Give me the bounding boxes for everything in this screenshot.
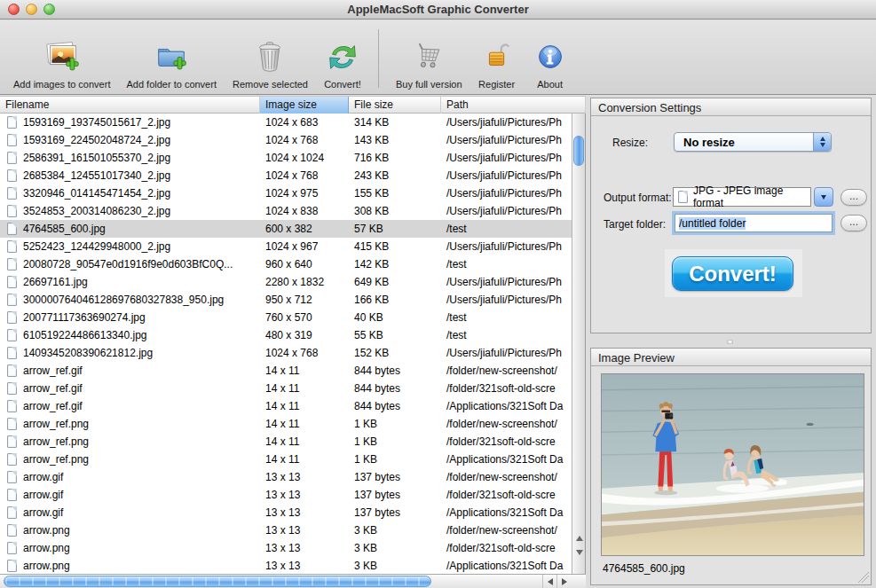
table-row[interactable]: 5252423_124429948000_2.jpg1024 x 967415 … xyxy=(0,238,572,255)
resize-grip[interactable] xyxy=(856,570,869,583)
file-icon xyxy=(7,365,17,377)
table-row[interactable]: arrow_ref.png14 x 111 KB/folder/new-scre… xyxy=(0,415,572,433)
add-images-icon xyxy=(43,37,81,76)
filename-text: arrow_ref.png xyxy=(23,453,89,466)
resize-value: No resize xyxy=(683,136,735,149)
filename-text: 300000764046128697680327838_950.jpg xyxy=(23,294,224,306)
table-cell: 1 KB xyxy=(349,433,441,451)
convert-button[interactable]: Convert! xyxy=(672,256,793,291)
table-row[interactable]: 2586391_161501055370_2.jpg1024 x 1024716… xyxy=(0,149,572,167)
table-cell: 300000764046128697680327838_950.jpg xyxy=(0,291,260,309)
convert-toolbar-button[interactable]: Convert! xyxy=(316,26,369,90)
table-row[interactable]: 1409345208390621812.jpg1024 x 768152 KB/… xyxy=(0,344,572,362)
table-cell: /Users/jiafuli/Pictures/Ph xyxy=(441,344,572,362)
toolbar-item-label: Buy full version xyxy=(396,79,462,90)
table-cell: 4764585_600.jpg xyxy=(0,220,260,238)
toolbar-item-label: Remove selected xyxy=(233,79,308,90)
horizontal-scrollbar[interactable] xyxy=(0,574,586,588)
filename-text: 610519224486613340.jpg xyxy=(23,329,146,341)
table-cell: 14 x 11 xyxy=(260,433,349,451)
table-row[interactable]: 610519224486613340.jpg480 x 31955 KB/tes… xyxy=(0,326,572,344)
table-cell: 1 KB xyxy=(349,415,441,433)
target-folder-browse-button[interactable]: ... xyxy=(840,215,867,231)
table-cell: 2586391_161501055370_2.jpg xyxy=(0,149,260,167)
output-format-value: JPG - JPEG image format xyxy=(693,184,810,209)
filename-text: arrow_ref.png xyxy=(23,418,89,430)
table-row[interactable]: 20080728_90547e0d1916f9e0d603BfC0Q...960… xyxy=(0,255,572,273)
table-row[interactable]: 4764585_600.jpg600 x 38257 KB/test xyxy=(0,220,572,238)
about-button[interactable]: About xyxy=(524,26,577,90)
table-cell: /test xyxy=(441,220,572,238)
buy-full-version-button[interactable]: Buy full version xyxy=(388,26,470,90)
add-images-button[interactable]: Add images to convert xyxy=(5,26,118,90)
file-icon xyxy=(7,169,17,182)
table-cell: 1593169_224502048724_2.jpg xyxy=(0,131,260,149)
table-cell: /Applications/321Soft Da xyxy=(441,557,572,574)
horizontal-scrollbar-thumb[interactable] xyxy=(4,576,431,587)
filename-text: arrow.gif xyxy=(23,506,63,519)
output-format-label: Output format: xyxy=(604,192,672,204)
table-cell: /folder/new-screenshot/ xyxy=(441,415,572,433)
table-row[interactable]: arrow.png13 x 133 KB/folder/321soft-old-… xyxy=(0,539,572,557)
remove-selected-button[interactable]: Remove selected xyxy=(225,26,316,90)
table-row[interactable]: 2685384_124551017340_2.jpg1024 x 768243 … xyxy=(0,167,572,184)
file-icon xyxy=(7,276,17,288)
column-header-image-size[interactable]: Image size xyxy=(260,97,349,114)
table-header: Filename Image size File size Path xyxy=(0,96,586,114)
table-row[interactable]: 1593169_224502048724_2.jpg1024 x 768143 … xyxy=(0,131,572,149)
table-cell: arrow_ref.png xyxy=(0,433,260,451)
lock-icon xyxy=(478,37,516,76)
file-icon xyxy=(7,134,17,146)
table-row[interactable]: 3524853_200314086230_2.jpg1024 x 838308 … xyxy=(0,202,572,220)
table-cell: arrow_ref.gif xyxy=(0,397,260,415)
table-cell: /test xyxy=(441,309,572,326)
table-row[interactable]: 300000764046128697680327838_950.jpg950 x… xyxy=(0,291,572,309)
table-row[interactable]: arrow.gif13 x 13137 bytes/folder/new-scr… xyxy=(0,468,572,486)
panel-splitter[interactable] xyxy=(587,337,876,346)
table-row[interactable]: 200771117363690274.jpg760 x 57040 KB/tes… xyxy=(0,309,572,326)
toolbar-item-label: Add folder to convert xyxy=(126,79,217,90)
table-cell: /folder/321soft-old-scre xyxy=(441,433,572,451)
table-row[interactable]: arrow_ref.gif14 x 11844 bytes/folder/321… xyxy=(0,380,572,397)
scroll-right-button[interactable] xyxy=(556,575,571,588)
table-row[interactable]: 26697161.jpg2280 x 1832649 KB/Users/jiaf… xyxy=(0,273,572,291)
output-format-browse-button[interactable]: ... xyxy=(840,189,867,206)
table-cell: /Users/jiafuli/Pictures/Ph xyxy=(441,238,572,255)
file-format-icon xyxy=(678,191,688,203)
scroll-down-button[interactable] xyxy=(572,545,586,560)
down-arrow-icon xyxy=(576,550,583,555)
vertical-scrollbar[interactable] xyxy=(572,114,585,574)
scroll-up-button[interactable] xyxy=(572,531,586,545)
table-row[interactable]: 1593169_193745015617_2.jpg1024 x 683314 … xyxy=(0,114,572,131)
output-format-dropdown-button[interactable] xyxy=(814,187,833,207)
table-row[interactable]: arrow.gif13 x 13137 bytes/Applications/3… xyxy=(0,504,572,521)
table-row[interactable]: arrow_ref.gif14 x 11844 bytes/Applicatio… xyxy=(0,397,572,415)
table-cell: 1024 x 683 xyxy=(260,114,349,131)
column-header-file-size[interactable]: File size xyxy=(349,97,441,114)
file-icon xyxy=(7,435,17,448)
table-cell: 844 bytes xyxy=(349,362,441,380)
add-folder-button[interactable]: Add folder to convert xyxy=(118,26,225,90)
table-cell: 143 KB xyxy=(349,131,441,149)
target-folder-input[interactable]: /untitled folder xyxy=(675,214,833,232)
table-row[interactable]: 3320946_014145471454_2.jpg1024 x 975155 … xyxy=(0,184,572,202)
output-format-combo[interactable]: JPG - JPEG image format xyxy=(673,187,811,207)
table-row[interactable]: arrow_ref.gif14 x 11844 bytes/folder/new… xyxy=(0,362,572,380)
table-row[interactable]: arrow.png13 x 133 KB/folder/new-screensh… xyxy=(0,521,572,539)
vertical-scrollbar-thumb[interactable] xyxy=(573,136,584,166)
table-row[interactable]: arrow_ref.png14 x 111 KB/Applications/32… xyxy=(0,451,572,468)
table-row[interactable]: arrow.gif13 x 13137 bytes/folder/321soft… xyxy=(0,486,572,504)
column-header-path[interactable]: Path xyxy=(441,97,586,114)
right-panel: Conversion Settings Resize: No resize Ou… xyxy=(587,96,876,588)
table-cell: 3524853_200314086230_2.jpg xyxy=(0,202,260,220)
table-row[interactable]: arrow.png13 x 133 KB/Applications/321Sof… xyxy=(0,557,572,574)
filename-text: arrow.png xyxy=(23,542,70,554)
table-cell: /folder/new-screenshot/ xyxy=(441,468,572,486)
table-row[interactable]: arrow_ref.png14 x 111 KB/folder/321soft-… xyxy=(0,433,572,451)
table-cell: 1593169_193745015617_2.jpg xyxy=(0,114,260,131)
scroll-left-button[interactable] xyxy=(542,575,556,588)
column-header-filename[interactable]: Filename xyxy=(0,97,260,114)
resize-popup[interactable]: No resize xyxy=(674,132,832,152)
register-button[interactable]: Register xyxy=(470,26,524,90)
table-cell: 5252423_124429948000_2.jpg xyxy=(0,238,260,255)
